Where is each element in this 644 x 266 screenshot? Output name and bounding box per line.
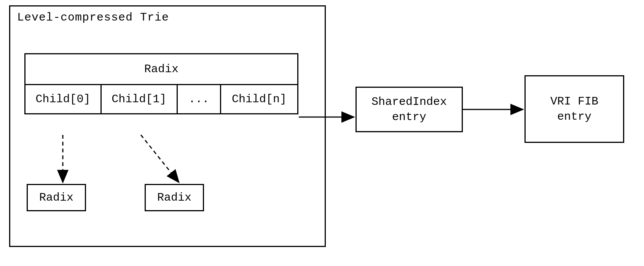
sub-radix-b: Radix [145, 184, 204, 211]
radix-children-row: Child[0] Child[1] ... Child[n] [26, 84, 297, 113]
vri-fib-entry-box: VRI FIB entry [524, 75, 624, 143]
sharedindex-line1: SharedIndex [371, 94, 447, 110]
child-1-cell: Child[1] [102, 85, 178, 113]
child-dots-cell: ... [178, 85, 221, 113]
trie-title: Level-compressed Trie [17, 11, 318, 24]
child-n-cell: Child[n] [221, 85, 297, 113]
vri-line1: VRI FIB [550, 94, 598, 109]
diagram-canvas: Level-compressed Trie Radix Child[0] Chi… [0, 0, 644, 266]
radix-node-table: Radix Child[0] Child[1] ... Child[n] [24, 53, 298, 114]
radix-header: Radix [26, 54, 297, 84]
shared-index-entry-box: SharedIndex entry [355, 87, 463, 132]
sub-radix-a: Radix [27, 184, 86, 211]
sharedindex-line2: entry [392, 109, 426, 125]
vri-line2: entry [557, 109, 591, 125]
child-0-cell: Child[0] [26, 85, 102, 113]
